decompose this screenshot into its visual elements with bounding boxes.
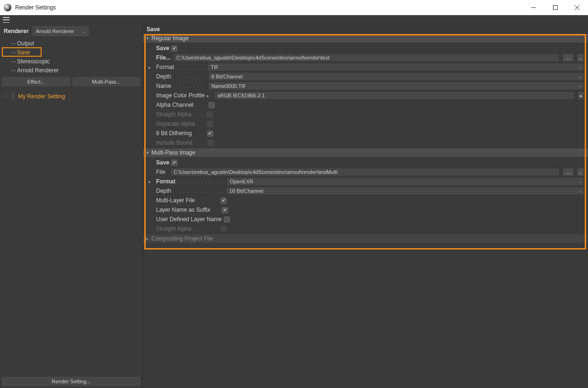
tree-item-save[interactable]: Save xyxy=(11,48,142,57)
renderer-label: Renderer xyxy=(4,28,29,34)
alpha-channel-label: Alpha Channel . . . . xyxy=(156,102,207,108)
section-header-regular[interactable]: ▼ Regular Image xyxy=(143,34,588,43)
mp-multilayer-checkbox[interactable] xyxy=(220,198,227,204)
tree-item-output[interactable]: Output xyxy=(11,39,142,48)
straight-alpha-checkbox xyxy=(207,112,213,118)
save-label: Save xyxy=(156,45,169,52)
file-browse-button[interactable]: ... xyxy=(562,53,574,62)
menu-strip xyxy=(0,15,588,25)
mp-save-checkbox[interactable] xyxy=(171,160,177,166)
section-header-multipass[interactable]: ▼ Multi-Pass Image xyxy=(143,148,588,157)
chevron-right-icon[interactable]: ▸ xyxy=(207,93,212,98)
renderer-select[interactable]: Arnold Renderer xyxy=(33,26,88,36)
include-sound-checkbox xyxy=(208,140,214,146)
mp-depth-label: Depth . . . . . . . . . . . . . . . xyxy=(156,188,224,194)
window-title: Render Settings xyxy=(15,4,523,11)
content-panel: Save ▼ Regular Image Save File... C:\Use… xyxy=(143,25,588,388)
disclose-icon: ▼ xyxy=(146,151,149,155)
hamburger-icon[interactable] xyxy=(3,17,9,23)
icp-field[interactable]: sRGB IEC61966-2.1 xyxy=(214,91,575,100)
dithering-label: 8 Bit Dithering . . . . xyxy=(156,130,205,137)
mp-save-label: Save xyxy=(156,159,169,166)
icp-label: Image Color Profile xyxy=(156,92,205,99)
disclose-icon: ▼ xyxy=(146,36,149,41)
effect-button[interactable]: Effect... xyxy=(2,77,70,86)
multipass-button[interactable]: Multi-Pass... xyxy=(72,77,141,86)
minimize-button[interactable] xyxy=(523,0,544,15)
name-select[interactable]: Name0000.TIF xyxy=(208,82,584,90)
file-label: File... xyxy=(156,54,171,61)
dithering-checkbox[interactable] xyxy=(207,130,213,137)
tree-item-stereoscopic[interactable]: Stereoscopic xyxy=(11,57,142,66)
left-panel: Renderer Arnold Renderer Output Save Ste… xyxy=(0,25,143,388)
format-select[interactable]: TIF xyxy=(207,63,584,71)
icp-scroll[interactable]: ▸ xyxy=(578,91,584,100)
render-setting-button[interactable]: Render Setting... xyxy=(2,377,140,386)
mp-userlayer-label: User Defined Layer Name xyxy=(156,216,222,223)
maximize-button[interactable] xyxy=(544,0,566,15)
file-dropdown-button[interactable]: ⌵ xyxy=(577,53,584,62)
mp-format-label: Format . . . . . . . . . . . . . . xyxy=(156,178,225,185)
svg-rect-1 xyxy=(553,6,558,10)
mp-straight-alpha-label: Straight Alpha . . . . . . . xyxy=(156,225,219,232)
separate-alpha-checkbox xyxy=(207,121,213,127)
name-label: Name . . . . . . . . . . xyxy=(156,83,206,89)
file-field[interactable]: C:\Users\rebus_agustin\Desktop\c4dScenes… xyxy=(173,53,560,62)
depth-label: Depth . . . . . . . . . . xyxy=(156,73,206,80)
title-bar: Render Settings xyxy=(0,0,588,15)
mp-file-dropdown-button[interactable]: ⌵ xyxy=(577,168,584,176)
disclose-icon: ▶ xyxy=(146,237,149,241)
separate-alpha-label: Separate Alpha . . . xyxy=(156,121,205,127)
mp-userlayer-checkbox[interactable] xyxy=(224,216,230,223)
section-regular-image: ▼ Regular Image Save File... C:\Users\re… xyxy=(143,34,588,148)
render-setting-row[interactable]: ∷ My Render Setting xyxy=(0,88,142,183)
mp-straight-alpha-checkbox xyxy=(220,226,227,232)
tree-item-arnold[interactable]: Arnold Renderer xyxy=(11,66,142,75)
mp-file-field[interactable]: C:\Users\rebus_agustin\Desktop\c4dScenes… xyxy=(170,168,560,176)
mp-layersuffix-checkbox[interactable] xyxy=(222,207,228,213)
section-compositing: ▶ Compositing Project File xyxy=(143,234,588,243)
mp-file-browse-button[interactable]: ... xyxy=(562,168,574,176)
setting-marker-icon: ∷ xyxy=(4,93,7,98)
mp-depth-select[interactable]: 16 Bit/Channel xyxy=(226,187,584,195)
render-setting-name[interactable]: My Render Setting xyxy=(14,93,65,100)
chevron-right-icon[interactable]: ▸ xyxy=(149,65,154,70)
include-sound-label: Include Sound . . . . xyxy=(156,139,206,146)
settings-tree: Output Save Stereoscopic Arnold Renderer xyxy=(0,38,142,75)
close-button[interactable] xyxy=(566,0,588,15)
section-header-compositing[interactable]: ▶ Compositing Project File xyxy=(143,234,588,243)
save-checkbox[interactable] xyxy=(171,45,177,52)
mp-format-select[interactable]: OpenEXR xyxy=(227,177,584,186)
straight-alpha-label: Straight Alpha . . . . xyxy=(156,111,205,118)
mp-layersuffix-label: Layer Name as Suffix. . . xyxy=(156,207,220,213)
depth-select[interactable]: 8 Bit/Channel xyxy=(208,72,584,81)
chevron-right-icon[interactable]: ▸ xyxy=(149,179,154,184)
panel-title: Save xyxy=(143,25,588,34)
mp-multilayer-label: Multi-Layer File . . . . . . xyxy=(156,197,219,204)
app-icon xyxy=(4,4,11,11)
format-label: Format . . . . . . . . . xyxy=(156,64,205,70)
section-multipass-image: ▼ Multi-Pass Image Save File C:\Users\re… xyxy=(143,148,588,234)
alpha-channel-checkbox[interactable] xyxy=(209,102,215,108)
mp-file-label: File xyxy=(156,169,168,175)
